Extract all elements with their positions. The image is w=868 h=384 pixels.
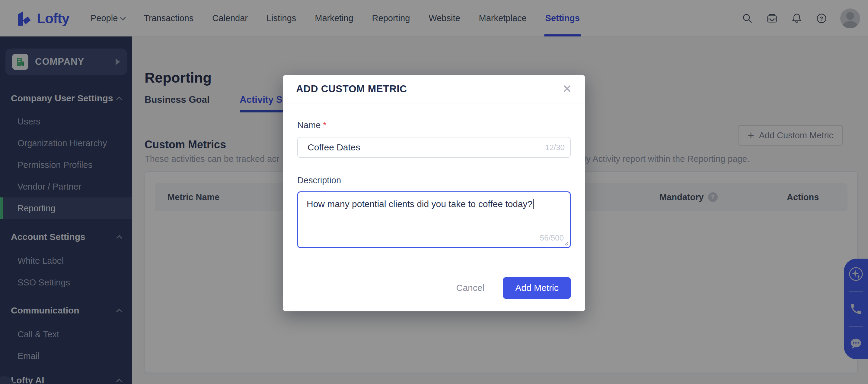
modal-footer: Cancel Add Metric (283, 264, 585, 311)
description-field-label: Description (297, 175, 571, 185)
name-field-label: Name* (297, 120, 571, 130)
text-cursor (533, 199, 534, 209)
metric-name-input[interactable] (297, 137, 571, 158)
name-field-wrap: 12/30 (297, 137, 571, 158)
add-metric-button[interactable]: Add Metric (503, 277, 571, 299)
modal-header: ADD CUSTOM METRIC ✕ (283, 75, 585, 103)
modal-body: Name* 12/30 Description How many potenti… (297, 104, 571, 248)
name-char-counter: 12/30 (545, 143, 565, 152)
app-root: Lofty People Transactions Calendar Listi… (0, 0, 868, 384)
close-icon[interactable]: ✕ (562, 83, 572, 95)
description-text: How many potential clients did you take … (307, 199, 532, 209)
modal-title: ADD CUSTOM METRIC (296, 83, 407, 95)
cancel-button[interactable]: Cancel (455, 282, 486, 293)
add-custom-metric-modal: ADD CUSTOM METRIC ✕ Name* 12/30 Descript… (283, 75, 585, 311)
resize-handle-icon[interactable] (562, 240, 568, 246)
description-char-counter: 56/500 (539, 232, 564, 244)
required-asterisk: * (323, 120, 326, 130)
metric-description-textarea[interactable]: How many potential clients did you take … (297, 191, 571, 248)
